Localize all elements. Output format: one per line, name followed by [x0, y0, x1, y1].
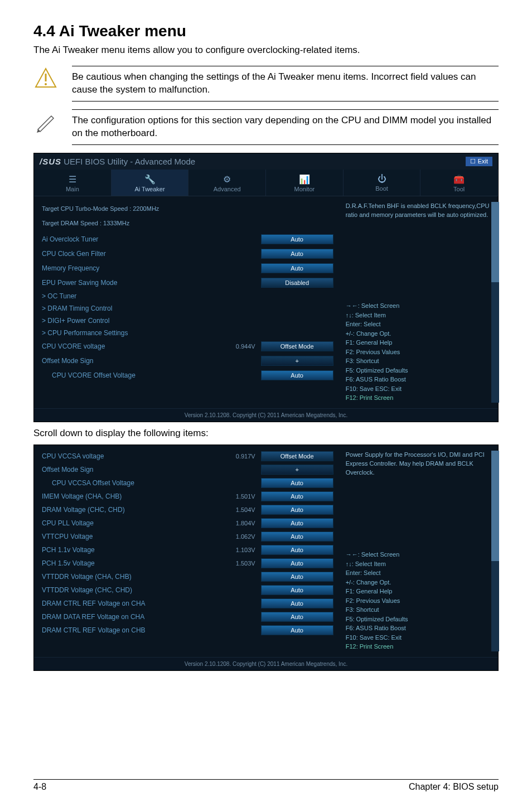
row-memory-frequency[interactable]: Memory FrequencyAuto [42, 261, 333, 276]
help-line: F5: Optimized Defaults [346, 615, 491, 624]
exit-icon: ☐ [470, 158, 476, 165]
info-text: The configuration options for this secti… [72, 109, 499, 145]
help-line: ↑↓: Select Item [346, 559, 491, 569]
row-cpu-vccsa[interactable]: CPU VCCSA voltage0.917VOffset Mode [42, 450, 333, 463]
row-imem-voltage[interactable]: IMEM Voltage (CHA, CHB)1.501VAuto [42, 490, 333, 503]
help-line: F10: Save ESC: Exit [346, 384, 491, 394]
help-line: F2: Previous Values [346, 347, 491, 357]
help-line: F12: Print Screen [346, 393, 491, 403]
help-line: +/-: Change Opt. [346, 329, 491, 339]
tab-main[interactable]: ☰Main [34, 170, 112, 196]
bios-footer: Version 2.10.1208. Copyright (C) 2011 Am… [34, 408, 498, 422]
help-line: F1: General Help [346, 587, 491, 596]
bios-titlebar: /SUS UEFI BIOS Utility - Advanced Mode ☐… [34, 153, 498, 170]
row-dram-data-ref-cha[interactable]: DRAM DATA REF Voltage on CHAAuto [42, 610, 333, 624]
chapter-label: Chapter 4: BIOS setup [409, 782, 499, 792]
info-note: The configuration options for this secti… [33, 109, 499, 145]
tab-label: Boot [375, 185, 388, 192]
row-offset-mode-sign[interactable]: Offset Mode Sign+ [42, 354, 333, 368]
brand-logo: /SUS [40, 157, 61, 166]
monitor-icon: 📊 [266, 174, 343, 185]
scrollbar[interactable] [491, 202, 499, 403]
help-line: F5: Optimized Defaults [346, 366, 491, 375]
tab-tool[interactable]: 🧰Tool [420, 170, 498, 196]
tab-label: Ai Tweaker [134, 186, 165, 192]
row-vttddr-cd[interactable]: VTTDDR Voltage (CHC, CHD)Auto [42, 583, 333, 597]
row-cpu-pll[interactable]: CPU PLL Voltage1.804VAuto [42, 516, 333, 530]
help-line: F3: Shortcut [346, 356, 491, 366]
bios-mode-title: UEFI BIOS Utility - Advanced Mode [64, 157, 195, 166]
help-line: F6: ASUS Ratio Boost [346, 375, 491, 384]
warning-icon [33, 66, 58, 90]
row-epu-power-saving[interactable]: EPU Power Saving ModeDisabled [42, 276, 333, 290]
tab-monitor[interactable]: 📊Monitor [266, 170, 344, 196]
row-dram-voltage-cd[interactable]: DRAM Voltage (CHC, CHD)1.504VAuto [42, 503, 333, 516]
row-cpu-clock-gen-filter[interactable]: CPU Clock Gen FilterAuto [42, 247, 333, 261]
scrollbar[interactable] [491, 451, 499, 651]
help-line: F3: Shortcut [346, 605, 491, 615]
row-vttddr-ab[interactable]: VTTDDR Voltage (CHA, CHB)Auto [42, 570, 333, 583]
power-icon: ⏻ [344, 174, 420, 184]
section-heading: 4.4 Ai Tweaker menu [33, 22, 499, 40]
page-number: 4-8 [33, 782, 46, 792]
submenu-dram-timing[interactable]: > DRAM Timing Control [42, 302, 333, 315]
help-line: →←: Select Screen [346, 550, 491, 559]
bios-screenshot-1: /SUS UEFI BIOS Utility - Advanced Mode ☐… [33, 153, 499, 422]
page-footer: 4-8 Chapter 4: BIOS setup [33, 779, 499, 792]
exit-label: Exit [478, 158, 488, 165]
section-subtitle: The Ai Tweaker menu items allow you to c… [33, 45, 499, 56]
chip-icon: ⚙ [188, 174, 265, 185]
tool-icon: 🧰 [420, 174, 497, 185]
submenu-oc-tuner[interactable]: > OC Tuner [42, 290, 333, 302]
row-cpu-vcore[interactable]: CPU VCORE voltage0.944VOffset Mode [42, 339, 333, 354]
tab-label: Advanced [214, 186, 241, 192]
row-cpu-vcore-offset[interactable]: CPU VCORE Offset VoltageAuto [42, 368, 333, 383]
help-line: F12: Print Screen [346, 642, 491, 651]
row-dram-ctrl-ref-cha[interactable]: DRAM CTRL REF Voltage on CHAAuto [42, 597, 333, 610]
row-ai-overclock-tuner[interactable]: Ai Overclock TunerAuto [42, 232, 333, 247]
submenu-digi-power[interactable]: > DIGI+ Power Control [42, 315, 333, 327]
help-keys: →←: Select Screen ↑↓: Select Item Enter:… [346, 550, 491, 651]
help-line: ↑↓: Select Item [346, 311, 491, 320]
caution-text: Be cautious when changing the settings o… [72, 66, 499, 102]
tab-ai-tweaker[interactable]: 🔧Ai Tweaker [112, 170, 189, 196]
row-pch-15v[interactable]: PCH 1.5v Voltage1.503VAuto [42, 557, 333, 570]
tab-boot[interactable]: ⏻Boot [344, 170, 421, 196]
info-text-panel: D.R.A.F.Tehen BHF is enabled BCLK freque… [346, 202, 491, 220]
bios-right-panel: D.R.A.F.Tehen BHF is enabled BCLK freque… [341, 196, 498, 408]
help-line: F1: General Help [346, 338, 491, 347]
svg-point-2 [45, 83, 47, 85]
help-keys: →←: Select Screen ↑↓: Select Item Enter:… [346, 301, 491, 403]
submenu-cpu-perf[interactable]: > CPU Performance Settings [42, 327, 333, 339]
row-pch-11v[interactable]: PCH 1.1v Voltage1.103VAuto [42, 543, 333, 557]
help-line: →←: Select Screen [346, 301, 491, 311]
tab-label: Main [66, 186, 79, 192]
bios-nav: ☰Main 🔧Ai Tweaker ⚙Advanced 📊Monitor ⏻Bo… [34, 170, 498, 196]
target-dram: Target DRAM Speed : 1333MHz [42, 218, 333, 229]
tab-label: Monitor [294, 186, 315, 192]
tab-advanced[interactable]: ⚙Advanced [188, 170, 266, 196]
help-line: F10: Save ESC: Exit [346, 633, 491, 642]
bios-left-panel: CPU VCCSA voltage0.917VOffset Mode Offse… [34, 445, 341, 657]
help-line: F2: Previous Values [346, 596, 491, 606]
row-dram-ctrl-ref-chb[interactable]: DRAM CTRL REF Voltage on CHBAuto [42, 624, 333, 637]
bios-right-panel: Power Supply for the Processor's I/O, DM… [341, 445, 498, 657]
row-cpu-vccsa-offset[interactable]: CPU VCCSA Offset VoltageAuto [42, 476, 333, 490]
exit-button[interactable]: ☐ Exit [466, 157, 492, 166]
scrollbar-thumb[interactable] [491, 451, 499, 561]
help-line: +/-: Change Opt. [346, 578, 491, 587]
pen-icon [33, 109, 58, 134]
target-cpu: Target CPU Turbo-Mode Speed : 2200MHz [42, 203, 333, 214]
bios-screenshot-2: CPU VCCSA voltage0.917VOffset Mode Offse… [33, 445, 499, 671]
caution-note: Be cautious when changing the settings o… [33, 66, 499, 102]
row-offset-mode-sign[interactable]: Offset Mode Sign+ [42, 463, 333, 476]
scroll-caption: Scroll down to display the following ite… [33, 428, 499, 439]
tab-label: Tool [453, 186, 465, 192]
scrollbar-thumb[interactable] [491, 202, 499, 282]
info-text-panel: Power Supply for the Processor's I/O, DM… [346, 451, 491, 477]
help-line: Enter: Select [346, 320, 491, 329]
bios-footer: Version 2.10.1208. Copyright (C) 2011 Am… [34, 657, 498, 670]
row-vttcpu[interactable]: VTTCPU Voltage1.062VAuto [42, 530, 333, 543]
help-line: Enter: Select [346, 568, 491, 578]
list-icon: ☰ [34, 174, 111, 185]
